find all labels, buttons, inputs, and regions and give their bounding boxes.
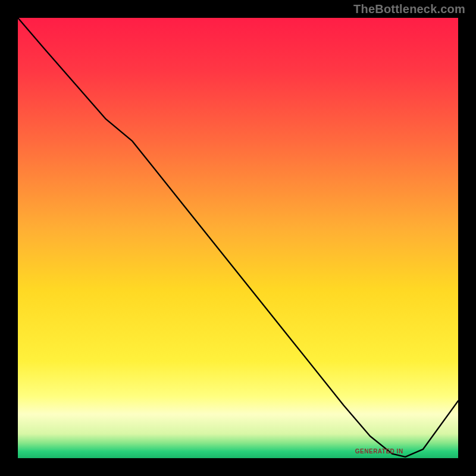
watermark-text: TheBottleneck.com: [353, 2, 465, 16]
chart-container: TheBottleneck.com GENERATED IN: [0, 0, 476, 476]
series-label: GENERATED IN: [355, 448, 403, 455]
plot-area: GENERATED IN: [18, 18, 458, 458]
gradient-background: [18, 18, 458, 458]
plot-svg: [18, 18, 458, 458]
